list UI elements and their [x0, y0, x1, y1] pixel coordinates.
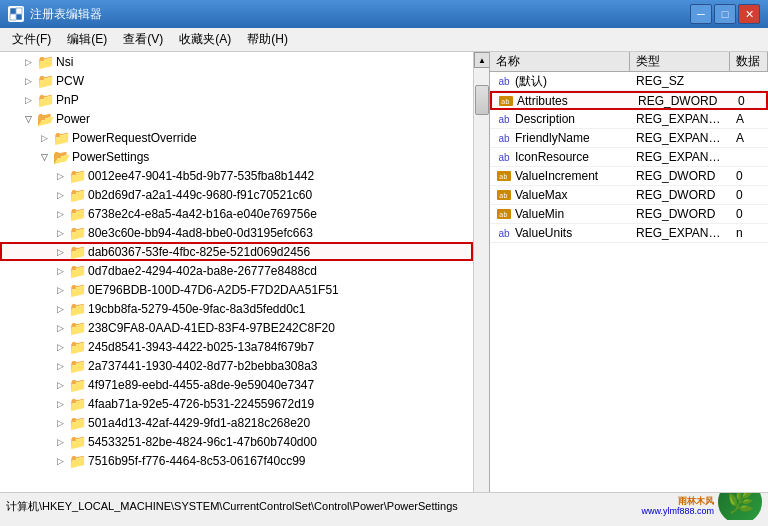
value-row-friendlyname[interactable]: ab FriendlyName REG_EXPAND_SZ A [490, 129, 768, 148]
tree-item-nsi[interactable]: ▷ 📁 Nsi [0, 52, 473, 71]
expand-icon-guid13: ▷ [52, 396, 68, 412]
value-row-description[interactable]: ab Description REG_EXPAND_SZ A [490, 110, 768, 129]
value-row-valueincrement[interactable]: ab ValueIncrement REG_DWORD 0 [490, 167, 768, 186]
window-title: 注册表编辑器 [30, 6, 690, 23]
value-data-valueunits: n [730, 225, 768, 241]
value-type-valueunits: REG_EXPAND_SZ [630, 225, 730, 241]
expand-icon-guid12: ▷ [52, 377, 68, 393]
close-button[interactable]: ✕ [738, 4, 760, 24]
tree-item-powersettings[interactable]: ▽ 📂 PowerSettings [0, 147, 473, 166]
tree-scrollbar[interactable]: ▲ [473, 52, 489, 492]
value-type-default: REG_SZ [630, 73, 730, 89]
tree-label-guid13: 4faab71a-92e5-4726-b531-224559672d19 [88, 397, 314, 411]
values-panel: 名称 类型 数据 ab (默认) REG_SZ ab Attrib [490, 52, 768, 492]
reg-icon-attributes: ab [498, 94, 514, 108]
maximize-button[interactable]: □ [714, 4, 736, 24]
scroll-up-arrow[interactable]: ▲ [474, 52, 490, 68]
tree-item-guid12[interactable]: ▷ 📁 4f971e89-eebd-4455-a8de-9e59040e7347 [0, 375, 473, 394]
svg-text:ab: ab [499, 192, 507, 200]
folder-icon-guid9: 📁 [69, 321, 85, 335]
svg-text:ab: ab [499, 173, 507, 181]
tree-item-guid3[interactable]: ▷ 📁 6738e2c4-e8a5-4a42-b16a-e040e769756e [0, 204, 473, 223]
tree-content: ▷ 📁 Nsi ▷ 📁 PCW ▷ 📁 PnP ▽ [0, 52, 473, 492]
tree-item-guid13[interactable]: ▷ 📁 4faab71a-92e5-4726-b531-224559672d19 [0, 394, 473, 413]
expand-icon-guid14: ▷ [52, 415, 68, 431]
tree-item-guid4[interactable]: ▷ 📁 80e3c60e-bb94-4ad8-bbe0-0d3195efc663 [0, 223, 473, 242]
expand-icon-guid4: ▷ [52, 225, 68, 241]
col-header-value: 数据 [730, 52, 768, 72]
menu-view[interactable]: 查看(V) [115, 29, 171, 50]
value-row-iconresource[interactable]: ab IconResource REG_EXPAND_SZ [490, 148, 768, 167]
value-row-attributes[interactable]: ab Attributes REG_DWORD 0 [490, 91, 768, 110]
value-row-valuemin[interactable]: ab ValueMin REG_DWORD 0 [490, 205, 768, 224]
reg-icon-valueincrement: ab [496, 169, 512, 183]
folder-icon-guid5: 📁 [69, 245, 85, 259]
tree-item-guid5[interactable]: ▷ 📁 dab60367-53fe-4fbc-825e-521d069d2456 [0, 242, 473, 261]
menu-bar: 文件(F) 编辑(E) 查看(V) 收藏夹(A) 帮助(H) [0, 28, 768, 52]
reg-icon-iconresource: ab [496, 150, 512, 164]
expand-icon-powersettings: ▽ [36, 149, 52, 165]
tree-item-power[interactable]: ▽ 📂 Power [0, 109, 473, 128]
tree-label-guid6: 0d7dbae2-4294-402a-ba8e-26777e8488cd [88, 264, 317, 278]
value-name-valueunits: ab ValueUnits [490, 225, 630, 241]
folder-icon-guid16: 📁 [69, 454, 85, 468]
value-data-default [730, 80, 768, 82]
value-type-description: REG_EXPAND_SZ [630, 111, 730, 127]
minimize-button[interactable]: ─ [690, 4, 712, 24]
tree-item-guid15[interactable]: ▷ 📁 54533251-82be-4824-96c1-47b60b740d00 [0, 432, 473, 451]
value-row-default[interactable]: ab (默认) REG_SZ [490, 72, 768, 91]
folder-icon-guid3: 📁 [69, 207, 85, 221]
tree-item-guid11[interactable]: ▷ 📁 2a737441-1930-4402-8d77-b2bebba308a3 [0, 356, 473, 375]
tree-item-powerrequest[interactable]: ▷ 📁 PowerRequestOverride [0, 128, 473, 147]
menu-edit[interactable]: 编辑(E) [59, 29, 115, 50]
value-data-valueincrement: 0 [730, 168, 768, 184]
tree-label-pcw: PCW [56, 74, 84, 88]
reg-icon-valuemin: ab [496, 207, 512, 221]
menu-help[interactable]: 帮助(H) [239, 29, 296, 50]
tree-item-guid10[interactable]: ▷ 📁 245d8541-3943-4422-b025-13a784f679b7 [0, 337, 473, 356]
tree-label-guid5: dab60367-53fe-4fbc-825e-521d069d2456 [88, 245, 310, 259]
reg-icon-valuemax: ab [496, 188, 512, 202]
tree-item-guid8[interactable]: ▷ 📁 19cbb8fa-5279-450e-9fac-8a3d5fedd0c1 [0, 299, 473, 318]
tree-label-nsi: Nsi [56, 55, 73, 69]
tree-item-guid2[interactable]: ▷ 📁 0b2d69d7-a2a1-449c-9680-f91c70521c60 [0, 185, 473, 204]
folder-icon-guid7: 📁 [69, 283, 85, 297]
title-bar: 注册表编辑器 ─ □ ✕ [0, 0, 768, 28]
tree-item-pcw[interactable]: ▷ 📁 PCW [0, 71, 473, 90]
tree-item-guid14[interactable]: ▷ 📁 501a4d13-42af-4429-9fd1-a8218c268e20 [0, 413, 473, 432]
status-bar: 计算机\HKEY_LOCAL_MACHINE\SYSTEM\CurrentCon… [0, 492, 768, 520]
folder-icon-pcw: 📁 [37, 74, 53, 88]
expand-icon-guid7: ▷ [52, 282, 68, 298]
tree-label-power: Power [56, 112, 90, 126]
value-row-valuemax[interactable]: ab ValueMax REG_DWORD 0 [490, 186, 768, 205]
reg-icon-default: ab [496, 74, 512, 88]
folder-icon-guid10: 📁 [69, 340, 85, 354]
folder-icon-power: 📂 [37, 112, 53, 126]
tree-item-guid1[interactable]: ▷ 📁 0012ee47-9041-4b5d-9b77-535fba8b1442 [0, 166, 473, 185]
folder-icon-nsi: 📁 [37, 55, 53, 69]
values-header: 名称 类型 数据 [490, 52, 768, 72]
registry-tree: ▷ 📁 Nsi ▷ 📁 PCW ▷ 📁 PnP ▽ [0, 52, 490, 492]
expand-icon-guid8: ▷ [52, 301, 68, 317]
svg-rect-1 [16, 8, 22, 14]
expand-icon-nsi: ▷ [20, 54, 36, 70]
menu-file[interactable]: 文件(F) [4, 29, 59, 50]
tree-item-pnp[interactable]: ▷ 📁 PnP [0, 90, 473, 109]
value-data-friendlyname: A [730, 130, 768, 146]
scroll-thumb[interactable] [475, 85, 489, 115]
folder-icon-guid13: 📁 [69, 397, 85, 411]
tree-item-guid6[interactable]: ▷ 📁 0d7dbae2-4294-402a-ba8e-26777e8488cd [0, 261, 473, 280]
folder-icon-guid4: 📁 [69, 226, 85, 240]
value-name-attributes: ab Attributes [492, 93, 632, 109]
watermark-logo: 雨林木风 www.ylmf888.com 🌿 [641, 496, 764, 517]
tree-item-guid9[interactable]: ▷ 📁 238C9FA8-0AAD-41ED-83F4-97BE242C8F20 [0, 318, 473, 337]
value-row-valueunits[interactable]: ab ValueUnits REG_EXPAND_SZ n [490, 224, 768, 243]
svg-text:ab: ab [501, 98, 509, 106]
folder-icon-powersettings: 📂 [53, 150, 69, 164]
svg-rect-2 [10, 14, 16, 20]
reg-icon-friendlyname: ab [496, 131, 512, 145]
tree-item-guid7[interactable]: ▷ 📁 0E796BDB-100D-47D6-A2D5-F7D2DAA51F51 [0, 280, 473, 299]
menu-favorites[interactable]: 收藏夹(A) [171, 29, 239, 50]
tree-item-guid16[interactable]: ▷ 📁 7516b95f-f776-4464-8c53-06167f40cc99 [0, 451, 473, 470]
tree-label-pnp: PnP [56, 93, 79, 107]
